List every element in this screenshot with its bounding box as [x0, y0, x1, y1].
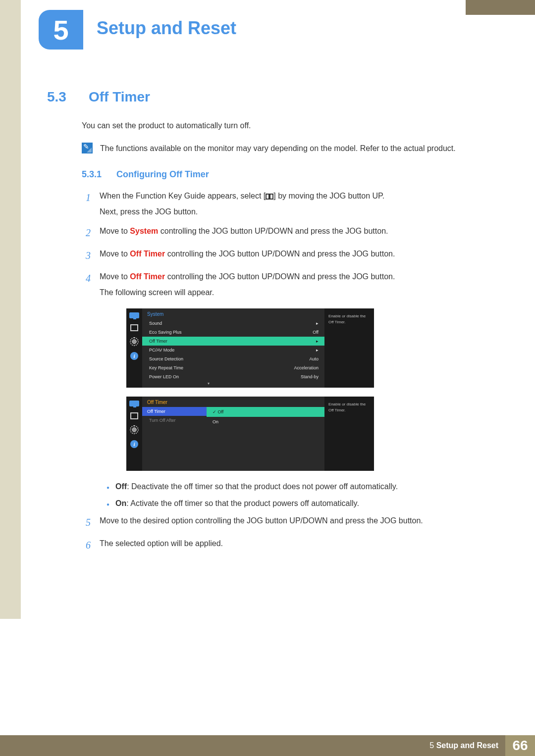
step-4-c: The following screen will appear.: [100, 286, 483, 299]
subsection-heading: 5.3.1 Configuring Off Timer: [82, 169, 483, 180]
osd-menu-item: Sound: [142, 319, 324, 328]
section-title: Off Timer: [89, 89, 150, 105]
osd-main-panel: System SoundEco Saving PlusOffOff TimerP…: [142, 308, 324, 388]
chapter-title: Setup and Reset: [97, 18, 236, 39]
step-6-text: The selected option will be applied.: [100, 537, 483, 553]
bullet-icon: ●: [107, 484, 109, 493]
bullet-on-keyword: On: [115, 499, 126, 507]
step-6: 6 The selected option will be applied.: [82, 537, 483, 553]
subsection-number: 5.3.1: [82, 169, 107, 180]
resize-icon: [130, 324, 138, 331]
step-4-a: Move to: [100, 272, 130, 281]
osd-scroll-down-icon: ▾: [142, 381, 275, 387]
step-3-b: controlling the JOG button UP/DOWN and p…: [165, 250, 395, 258]
note-block: The functions available on the monitor m…: [82, 143, 483, 154]
step-3: 3 Move to Off Timer controlling the JOG …: [82, 248, 483, 263]
chapter-number-tab: 5: [39, 10, 83, 50]
note-icon: [82, 143, 93, 153]
bullet-icon: ●: [107, 501, 109, 509]
step-number: 3: [82, 248, 91, 263]
intro-text: You can set the product to automatically…: [82, 120, 483, 132]
left-margin-bar: [0, 0, 21, 619]
osd-menu-item: Off Timer: [142, 337, 324, 346]
note-text: The functions available on the monitor m…: [100, 143, 456, 154]
step-1-text-c: Next, press the JOG button.: [100, 205, 483, 218]
step-5: 5 Move to the desired option controlling…: [82, 514, 483, 530]
footer-page-number: 66: [505, 735, 535, 756]
osd-offtimer-menu: i Off Timer Off TimerTurn Off After OffO…: [126, 397, 374, 471]
resize-icon: [130, 412, 138, 419]
step-number: 4: [82, 270, 91, 299]
osd-screenshots: i System SoundEco Saving PlusOffOff Time…: [126, 308, 483, 471]
osd-sidebar-icons: i: [126, 308, 142, 388]
bullet-off: ● Off: Deactivate the off timer so that …: [107, 481, 483, 493]
osd-system-menu: i System SoundEco Saving PlusOffOff Time…: [126, 308, 374, 388]
step-2-b: controlling the JOG button UP/DOWN and p…: [158, 227, 388, 235]
bullet-on-text: : Activate the off timer so that the pro…: [126, 499, 359, 507]
step-3-a: Move to: [100, 250, 130, 258]
step-number: 2: [82, 225, 91, 241]
subsection-title: Configuring Off Timer: [116, 169, 209, 180]
osd-option: Off: [207, 407, 324, 417]
step-1: 1 When the Function Key Guide appears, s…: [82, 190, 483, 218]
osd-menu-item: Source DetectionAuto: [142, 354, 324, 363]
osd-main-panel: Off Timer Off TimerTurn Off After OffOn: [142, 397, 324, 471]
step-1-text-b: ] by moving the JOG button UP.: [273, 192, 384, 200]
step-2: 2 Move to System controlling the JOG but…: [82, 225, 483, 241]
step-4-b: controlling the JOG button UP/DOWN and p…: [165, 272, 395, 281]
bullet-on: ● On: Activate the off timer so that the…: [107, 498, 483, 509]
osd-menu-item: PC/AV Mode: [142, 346, 324, 354]
step-number: 1: [82, 190, 91, 218]
step-2-keyword: System: [130, 227, 158, 235]
menu-icon: [266, 194, 273, 200]
osd-description: Enable or disable the Off Timer.: [324, 308, 374, 388]
osd-menu-item: Eco Saving PlusOff: [142, 328, 324, 337]
bullet-off-keyword: Off: [115, 482, 127, 491]
step-2-a: Move to: [100, 227, 130, 235]
osd-submenu-item: Turn Off After: [142, 416, 207, 425]
step-3-keyword: Off Timer: [130, 250, 165, 258]
osd-option: On: [207, 417, 324, 427]
footer-chapter-label: 5 Setup and Reset: [429, 735, 505, 756]
monitor-icon: [129, 312, 139, 318]
section-number: 5.3: [47, 89, 75, 105]
step-4: 4 Move to Off Timer controlling the JOG …: [82, 270, 483, 299]
osd-header: Off Timer: [142, 397, 324, 407]
osd-sidebar-icons: i: [126, 397, 142, 471]
step-4-keyword: Off Timer: [130, 272, 165, 281]
section-heading: 5.3 Off Timer: [47, 89, 483, 105]
step-1-text-a: When the Function Key Guide appears, sel…: [100, 192, 266, 200]
page-content: 5.3 Off Timer You can set the product to…: [47, 89, 483, 560]
top-right-patch: [466, 0, 535, 15]
gear-icon: [130, 425, 139, 434]
gear-icon: [130, 337, 139, 346]
step-number: 5: [82, 514, 91, 530]
osd-menu-item: Power LED OnStand-by: [142, 372, 324, 381]
page-footer: 5 Setup and Reset 66: [0, 735, 535, 756]
step-number: 6: [82, 537, 91, 553]
step-5-text: Move to the desired option controlling t…: [100, 514, 483, 530]
info-icon: i: [130, 440, 138, 448]
osd-menu-item: Key Repeat TimeAcceleration: [142, 363, 324, 372]
osd-description: Enable or disable the Off Timer.: [324, 397, 374, 471]
osd-submenu-item: Off Timer: [142, 407, 207, 416]
monitor-icon: [129, 401, 139, 406]
info-icon: i: [130, 352, 138, 360]
bullet-off-text: : Deactivate the off timer so that the p…: [127, 482, 398, 491]
osd-header: System: [142, 308, 324, 319]
